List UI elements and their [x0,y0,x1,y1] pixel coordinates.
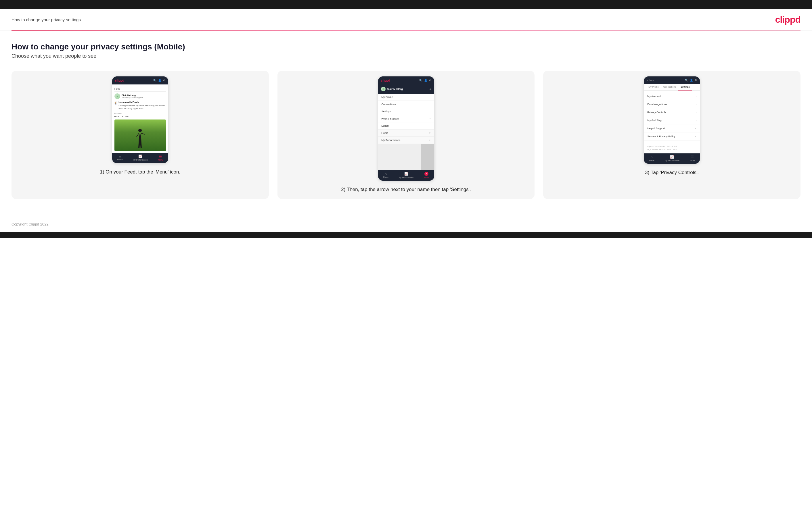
lesson-info: Lesson with Fordy Looking to feel like m… [118,101,166,111]
ext-icon-3: ↗ [695,135,697,138]
serviceprivacy-label: Service & Privacy Policy [647,135,675,138]
avatar: B [114,93,120,99]
menu-user-name: Blair McHarg [387,88,403,91]
bottom-performance-3: 📈 My Performance [665,155,679,161]
home-icon: ⌂ [119,155,121,158]
feed-label: Feed [114,86,166,92]
top-bar [0,0,812,9]
user-avatar-2: B [381,87,386,91]
chevron-down-icon: ∨ [429,132,431,134]
bottom-menu[interactable]: ☰ Menu [158,155,163,161]
screen-3-tabs: My Profile Connections Settings [644,84,700,91]
tab-connections[interactable]: Connections [661,84,678,91]
phone-3-header: < Back 🔍 👤 ⚙ [644,76,700,84]
phone-2-nav: clippd 🔍 👤 ⚙ [378,76,434,84]
chevron-right-icon-4: › [696,119,697,122]
chevron-down-icon-2: ∨ [429,139,431,142]
search-icon-2: 🔍 [419,79,422,82]
home-label-3: Home [649,159,654,161]
chevron-right-icon-2: › [696,103,697,106]
home-icon-3: ⌂ [651,155,653,159]
version-line-2: GQL Server Version: 2022.7.30-1 [647,148,697,151]
bottom-menu-3[interactable]: ☰ Menu [690,155,695,161]
bottom-home: ⌂ Home [117,155,123,161]
menu-icon-3: ☰ [691,155,694,159]
logout-label: Logout [382,124,390,127]
duration-label: Duration [114,113,166,115]
screen-1-content: Feed B Blair McHarg Yesterday · Sunningd… [112,84,168,153]
menu-item-connections[interactable]: Connections [378,101,434,108]
settings-icon-3: ⚙ [695,79,697,81]
tab-settings[interactable]: Settings [678,84,692,91]
search-icon-3: 🔍 [685,79,688,81]
user-icon: 👤 [158,79,161,82]
settings-item-serviceprivacy[interactable]: Service & Privacy Policy ↗ [644,133,700,140]
screen-2-side-panel [421,144,434,170]
page-heading: How to change your privacy settings (Mob… [11,42,801,51]
nav-performance-label: My Performance [382,139,401,142]
phone-3-bottom: ⌂ Home 📈 My Performance ☰ Menu [644,153,700,164]
phone-2-logo: clippd [381,79,390,82]
performance-icon-3: 📈 [670,155,674,159]
ext-icon: ↗ [429,117,431,120]
phone-1-bottom: ⌂ Home 📈 My Performance ☰ Menu [112,153,168,163]
chevron-up-icon: ∧ [429,88,431,91]
feed-post-header: B Blair McHarg Yesterday · Sunningdale [114,93,166,99]
settings-icon-2: ⚙ [429,79,431,82]
phone-1-icons: 🔍 👤 ⚙ [153,79,165,82]
settings-footer: Clippd Client Version: 2022.8.3-3 GQL Se… [644,143,700,153]
copyright-text: Copyright Clippd 2022 [11,222,49,226]
phone-screen-3: < Back 🔍 👤 ⚙ My Profile Connections [644,76,700,164]
mygolfbag-label: My Golf Bag [647,119,662,122]
menu-icon: ☰ [159,155,162,158]
lesson-title: Lesson with Fordy [118,101,166,103]
myaccount-label: My Account [647,95,661,98]
search-icon: 🔍 [153,79,156,82]
settings-list: My Account › Data Integrations › Privacy… [644,91,700,143]
settings-item-mygolfbag[interactable]: My Golf Bag › [644,117,700,124]
settings-item-myaccount[interactable]: My Account › [644,93,700,100]
golf-image [114,119,166,151]
step-2-caption: 2) Then, tap the arrow next to your name… [341,186,471,193]
menu-dropdown: B Blair McHarg ∧ My Profile Connections … [378,84,434,144]
menu-nav-home[interactable]: Home ∨ [378,129,434,137]
post-date: Yesterday · Sunningdale [121,97,144,99]
bottom-home-2: ⌂ Home [383,172,389,178]
settings-item-helpsupport2[interactable]: Help & Support ↗ [644,125,700,132]
post-user-info: Blair McHarg Yesterday · Sunningdale [121,94,144,99]
menu-item-logout[interactable]: Logout [378,122,434,129]
bottom-performance: 📈 My Performance [133,155,148,161]
dataintegrations-label: Data Integrations [647,103,667,106]
back-button[interactable]: < Back [647,79,654,81]
user-icon-3: 👤 [690,79,693,81]
home-label-2: Home [383,176,389,178]
bottom-close[interactable]: ✕ Menu [424,172,429,178]
footer: Copyright Clippd 2022 [0,216,812,232]
phone-3-icons: 🔍 👤 ⚙ [685,79,697,81]
menu-item-settings[interactable]: Settings [378,108,434,115]
menu-nav-performance[interactable]: My Performance ∨ [378,137,434,144]
home-icon-2: ⌂ [385,172,387,175]
menu-item-myprofile[interactable]: My Profile [378,94,434,101]
settings-item-privacycontrols[interactable]: Privacy Controls › [644,109,700,116]
menu-user-header: B Blair McHarg ∧ [378,84,434,94]
header: How to change your privacy settings clip… [0,9,812,31]
feed-post: B Blair McHarg Yesterday · Sunningdale 🏌… [114,93,166,151]
nav-home-label: Home [382,131,389,134]
menu-item-helpsupport[interactable]: Help & Support ↗ [378,115,434,122]
lesson-row: 🏌 Lesson with Fordy Looking to feel like… [114,101,166,111]
svg-point-0 [138,129,142,132]
bottom-bar [0,232,812,238]
settings-item-dataintegrations[interactable]: Data Integrations › [644,101,700,108]
phone-1-logo: clippd [115,79,124,82]
tab-myprofile[interactable]: My Profile [646,84,661,91]
ext-icon-2: ↗ [695,127,697,130]
phone-2-bottom: ⌂ Home 📈 My Performance ✕ Menu [378,170,434,181]
chevron-right-icon: › [696,95,697,98]
helpsupport-label-2: Help & Support [647,127,665,130]
myprofile-label: My Profile [382,96,393,99]
close-icon: ✕ [424,172,428,176]
menu-label: Menu [158,159,163,161]
bottom-performance-2: 📈 My Performance [399,172,413,178]
version-line-1: Clippd Client Version: 2022.8.3-3 [647,145,697,148]
